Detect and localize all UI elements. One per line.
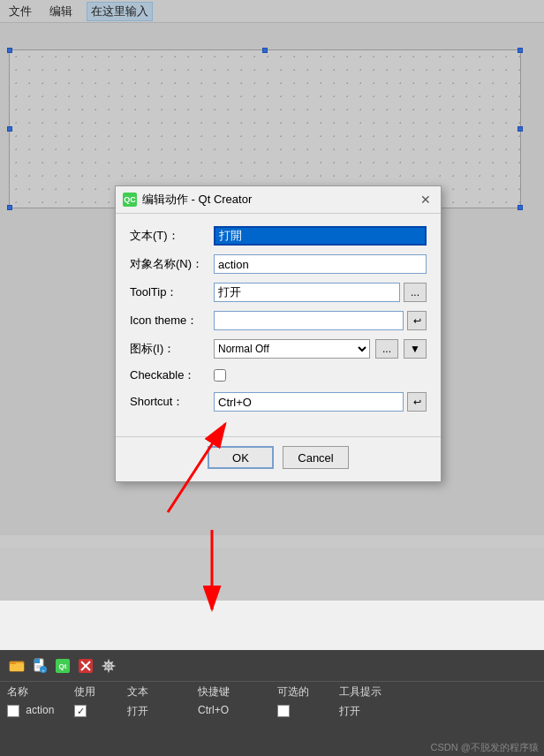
icon-select[interactable]: Normal Off Normal On [214, 339, 370, 359]
dialog-title-left: QC 编辑动作 - Qt Creator [123, 192, 252, 208]
row-shortcut: Ctrl+O [194, 704, 274, 719]
icon-dropdown-group: Normal Off Normal On ... ▼ [214, 339, 427, 359]
icon-dropdown-button[interactable]: ▼ [404, 339, 427, 359]
svg-text:+: + [42, 668, 45, 673]
col-header-name: 名称 [0, 684, 71, 699]
shortcut-row: Shortcut： ↩ [130, 392, 427, 412]
icon-label: 图标(I)： [130, 341, 214, 357]
taskbar-folder-icon[interactable] [7, 656, 26, 676]
taskbar-close-icon[interactable] [76, 656, 95, 676]
text-row: 文本(T)： [130, 226, 427, 246]
taskbar-settings-icon[interactable] [99, 656, 118, 676]
tooltip-browse-button[interactable]: ... [404, 283, 427, 302]
taskbar-page-icon[interactable]: + [30, 656, 49, 676]
col-header-optional: 可选的 [274, 684, 336, 699]
row-checkbox[interactable] [7, 705, 19, 717]
svg-text:Qt: Qt [59, 662, 67, 670]
text-label: 文本(T)： [130, 228, 214, 244]
checkable-checkbox[interactable] [214, 369, 226, 382]
icon-theme-input[interactable] [214, 311, 404, 330]
dialog-footer: OK Cancel [116, 436, 441, 481]
taskbar: + Qt 名称 使用 文本 [0, 650, 544, 756]
checkable-row: Checkable： [130, 367, 427, 383]
qt-icon: QC [123, 193, 137, 207]
row-use [71, 704, 124, 719]
svg-point-18 [107, 664, 110, 668]
shortcut-input[interactable] [214, 392, 404, 412]
object-name-row: 对象名称(N)： [130, 254, 427, 274]
ok-button[interactable]: OK [208, 446, 274, 469]
icon-browse-button[interactable]: ... [375, 339, 398, 359]
icon-theme-reset-button[interactable]: ↩ [407, 311, 427, 330]
row-optional [274, 704, 336, 719]
text-input[interactable] [214, 226, 427, 246]
tooltip-input[interactable] [214, 283, 400, 302]
row-tooltip: 打开 [336, 704, 424, 719]
table-header: 名称 使用 文本 快捷键 可选的 工具提示 [0, 682, 544, 702]
row-optional-checkbox[interactable] [277, 705, 290, 717]
table-row[interactable]: action 打开 Ctrl+O 打开 [0, 702, 544, 721]
col-header-text: 文本 [124, 684, 194, 699]
watermark: CSDN @不脱发的程序猿 [431, 741, 539, 754]
tooltip-row: ToolTip： ... [130, 283, 427, 302]
row-text: 打开 [124, 704, 194, 719]
col-header-shortcut: 快捷键 [194, 684, 274, 699]
col-header-use: 使用 [71, 684, 124, 699]
icon-row: 图标(I)： Normal Off Normal On ... ▼ [130, 339, 427, 359]
object-name-label: 对象名称(N)： [130, 256, 214, 272]
svg-rect-8 [34, 659, 40, 663]
icon-theme-row: Icon theme： ↩ [130, 311, 427, 330]
dialog-title-text: 编辑动作 - Qt Creator [142, 192, 252, 208]
edit-action-dialog: QC 编辑动作 - Qt Creator ✕ 文本(T)： 对象名称(N)： T… [115, 185, 442, 482]
col-header-tooltip: 工具提示 [336, 684, 424, 699]
taskbar-qt-icon[interactable]: Qt [53, 656, 72, 676]
shortcut-reset-button[interactable]: ↩ [407, 392, 427, 412]
object-name-input[interactable] [214, 254, 427, 274]
taskbar-icons: + Qt [0, 650, 544, 682]
row-use-checkbox[interactable] [74, 705, 87, 717]
dialog-close-button[interactable]: ✕ [418, 192, 434, 208]
dialog-title-bar: QC 编辑动作 - Qt Creator ✕ [116, 186, 441, 214]
tooltip-label: ToolTip： [130, 284, 214, 300]
svg-rect-5 [10, 663, 24, 671]
shortcut-label: Shortcut： [130, 394, 214, 410]
checkable-label: Checkable： [130, 367, 214, 383]
icon-theme-label: Icon theme： [130, 313, 214, 329]
row-name: action [0, 704, 71, 719]
cancel-button[interactable]: Cancel [283, 446, 349, 469]
dialog-body: 文本(T)： 对象名称(N)： ToolTip： ... Icon theme：… [116, 214, 441, 433]
svg-rect-6 [10, 662, 16, 664]
